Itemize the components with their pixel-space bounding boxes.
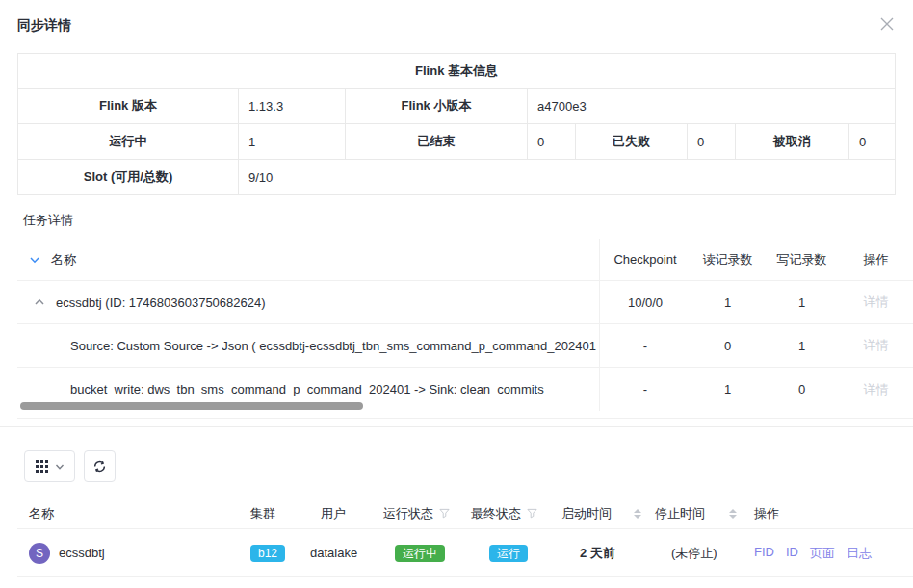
column-settings-button[interactable] [24,450,75,482]
flink-version-label: Flink 版本 [18,89,239,124]
collapse-row-icon[interactable] [34,296,45,308]
start-time-label: 启动时间 [561,505,612,523]
task-detail-section-title: 任务详情 [23,212,73,229]
drawer-title: 同步详情 [17,17,71,35]
read-count-column-header: 读记录数 [691,251,765,268]
close-button[interactable] [876,13,898,35]
finished-label: 已结束 [346,124,528,160]
collapse-all-icon[interactable] [29,254,40,266]
section-divider [0,426,913,427]
write-count-column-header: 写记录数 [765,251,839,268]
task-detail-link[interactable]: 详情 [864,294,889,309]
log-link[interactable]: 日志 [847,545,872,562]
horizontal-scrollbar-thumb[interactable] [20,402,363,410]
task-read-count: 1 [691,382,765,396]
jobs-name-header: 名称 [17,505,250,523]
refresh-icon [92,459,107,473]
task-detail-table: 名称 Checkpoint 读记录数 写记录数 操作 ecssdbtj (ID:… [17,239,913,411]
job-start-time: 2 天前 [561,545,655,562]
task-table-bottom-border [17,418,913,419]
run-status-label: 运行状态 [383,505,433,523]
filter-funnel-icon[interactable] [439,508,450,519]
sort-carets-icon[interactable] [634,509,641,519]
job-row: S ecssdbtj b12 datalake 运行中 运行 2 天前 (未停止… [17,529,913,577]
running-label: 运行中 [18,124,239,160]
action-column-header: 操作 [839,251,913,268]
flink-info-caption: Flink 基本信息 [18,54,896,89]
task-row-job: ecssdbtj (ID: 1746803603750682624) 10/0/… [17,281,913,324]
jobs-cluster-header: 集群 [250,505,310,523]
task-checkpoint: 10/0/0 [600,295,691,310]
flink-minor-label: Flink 小版本 [346,89,528,124]
slot-value: 9/10 [239,160,896,195]
jobs-user-header: 用户 [310,505,383,523]
flink-version-value: 1.13.3 [239,89,346,124]
task-name: Source: Custom Source -> Json ( ecssdbtj… [70,339,599,353]
job-user: datalake [310,546,383,560]
canceled-label: 被取消 [736,124,849,160]
running-value: 1 [239,124,346,160]
slot-label: Slot (可用/总数) [18,160,239,195]
task-name: ecssdbtj (ID: 1746803603750682624) [56,295,266,310]
grid-icon [36,460,48,473]
task-write-count: 1 [765,295,839,310]
task-checkpoint: - [600,339,691,353]
jobs-start-time-header[interactable]: 启动时间 [561,505,655,523]
task-checkpoint: - [600,382,691,396]
jobs-final-status-header[interactable]: 最终状态 [471,505,561,523]
jobs-action-header: 操作 [754,505,913,523]
sync-detail-drawer: 同步详情 Flink 基本信息 Flink 版本 1.13.3 Flink 小版… [0,0,913,588]
page-link[interactable]: 页面 [810,545,835,562]
stop-time-label: 停止时间 [655,505,705,523]
refresh-button[interactable] [84,450,116,482]
task-row-source: Source: Custom Source -> Json ( ecssdbtj… [17,324,913,368]
jobs-stop-time-header[interactable]: 停止时间 [655,505,754,523]
task-table-header-row: 名称 Checkpoint 读记录数 写记录数 操作 [17,239,913,281]
task-write-count: 0 [765,382,839,396]
id-link[interactable]: ID [786,545,798,562]
jobs-table: 名称 集群 用户 运行状态 最终状态 启动时间 停止时间 [17,499,913,577]
job-name: ecssdbtj [59,546,105,560]
flink-minor-value: a4700e3 [528,89,896,124]
name-column-label: 名称 [51,251,76,268]
jobs-run-status-header[interactable]: 运行状态 [383,505,471,523]
filter-funnel-icon[interactable] [527,508,537,519]
task-detail-link[interactable]: 详情 [864,382,889,396]
final-status-label: 最终状态 [471,505,521,523]
fid-link[interactable]: FID [754,545,774,562]
canceled-value: 0 [849,124,896,160]
close-icon [880,17,894,31]
task-fixed-header-cells: Checkpoint 读记录数 写记录数 操作 [599,239,913,280]
task-detail-link[interactable]: 详情 [864,338,889,352]
final-status-badge: 运行 [489,545,528,562]
jobs-table-header-row: 名称 集群 用户 运行状态 最终状态 启动时间 停止时间 [17,499,913,529]
name-column-header: 名称 [17,239,599,280]
chevron-down-icon [55,462,65,472]
checkpoint-column-header: Checkpoint [600,252,691,267]
sort-carets-icon[interactable] [729,509,737,519]
cluster-badge: b12 [250,545,285,562]
flink-info-table: Flink 基本信息 Flink 版本 1.13.3 Flink 小版本 a47… [17,53,896,195]
avatar: S [29,543,50,564]
failed-label: 已失败 [576,124,688,160]
failed-value: 0 [688,124,736,160]
task-read-count: 0 [691,339,765,353]
task-read-count: 1 [691,295,765,310]
run-status-badge: 运行中 [395,545,445,562]
job-stop-time: (未停止) [655,545,754,562]
finished-value: 0 [528,124,576,160]
task-name: bucket_write: dws_tbn_sms_command_p_comm… [70,382,544,396]
task-write-count: 1 [765,339,839,353]
